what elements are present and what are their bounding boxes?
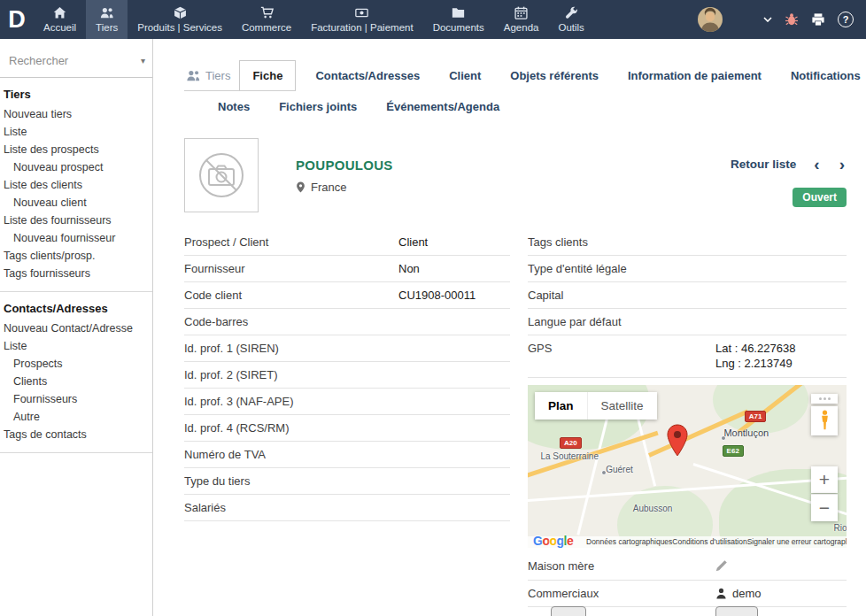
pegman-icon [819,410,831,431]
sidebar-item-liste-des-fournisseurs[interactable]: Liste des fournisseurs [0,212,152,229]
field-row-siret: Id. prof. 2 (SIRET) [184,362,510,389]
next-record-button[interactable]: › [838,156,847,173]
back-to-list-link[interactable]: Retour liste [731,158,796,171]
sidebar-item-nouveau-prospect[interactable]: Nouveau prospect [0,158,152,176]
field-label: Code client [184,289,398,302]
tab-notes[interactable]: Notes [205,91,262,122]
sidebar-section-title[interactable]: Tiers [0,80,152,105]
gps-coordinates: Lat : 46.227638 Lng : 2.213749 [715,342,795,372]
sidebar-item-tags-de-contacts[interactable]: Tags de contacts [0,426,152,443]
menu-item-agenda[interactable]: Agenda [494,0,549,39]
menu-item-accueil[interactable]: Accueil [34,0,86,39]
gps-lng: Lng : 2.213749 [715,357,795,372]
help-icon[interactable]: ? [838,12,854,27]
field-row-salaries: Salariés [184,495,510,521]
menu-item-documents[interactable]: Documents [423,0,494,39]
detail-columns: Prospect / Client Client Fournisseur Non… [184,229,847,607]
sidebar-section-title[interactable]: Contacts/Adresses [0,294,152,320]
sidebar-item-nouveau-tiers[interactable]: Nouveau tiers [0,105,152,123]
field-row-naf-ape: Id. prof. 3 (NAF-APE) [184,389,510,415]
no-photo-camera-icon [197,150,246,200]
main-menu: Accueil Tiers Produits | Services Commer… [34,0,594,39]
sidebar-item-prospects[interactable]: Prospects [0,355,152,373]
user-menu-chevron-icon[interactable] [763,17,772,22]
attribution-link-conditions[interactable]: Conditions d'utilisation [672,537,746,546]
sidebar-item-tags-fournisseurs[interactable]: Tags fournisseurs [0,265,152,282]
tab-fichiers-joints[interactable]: Fichiers joints [267,91,369,122]
sidebar-item-liste-contacts[interactable]: Liste [0,337,152,355]
sidebar-item-nouveau-contact-adresse[interactable]: Nouveau Contact/Adresse [0,320,152,337]
search-input[interactable] [7,53,137,68]
tab-objets-referents[interactable]: Objets référents [498,60,611,91]
field-row-fournisseur: Fournisseur Non [184,256,510,282]
zoom-out-button[interactable]: − [811,494,838,521]
sidebar-item-clients[interactable]: Clients [0,373,152,390]
field-row-type-du-tiers: Type du tiers [184,468,510,495]
partial-action-button[interactable] [715,606,758,616]
debug-bug-icon[interactable] [785,12,799,27]
field-label: Commerciaux [528,587,715,600]
map-type-button-satellite[interactable]: Satellite [587,392,657,420]
field-label: Tags clients [528,235,715,249]
sidebar-item-tags-clients-prosp[interactable]: Tags clients/prosp. [0,247,152,265]
sidebar-item-autre[interactable]: Autre [0,408,152,426]
print-icon[interactable] [811,12,825,27]
map-type-button-plan[interactable]: Plan [535,392,587,420]
salesperson-link[interactable]: demo [715,587,762,600]
company-name[interactable]: POUPOULOUS [296,158,393,173]
map-container[interactable]: Montluçon La Souterraine Guéret Aubusson… [528,385,847,548]
search-dropdown-caret[interactable]: ▾ [141,56,145,65]
menu-item-produits-services[interactable]: Produits | Services [128,0,232,39]
sidebar-item-fournisseurs[interactable]: Fournisseurs [0,390,152,408]
sidebar-section-contacts-adresses: Contacts/Adresses Nouveau Contact/Adress… [0,292,152,453]
partial-action-button[interactable] [551,606,586,616]
tabs-row-1: Tiers Fiche Contacts/Adresses Client Obj… [184,60,847,91]
road-badge-e62: E62 [723,445,744,457]
zoom-in-button[interactable]: + [811,466,838,493]
sidebar-item-nouveau-client[interactable]: Nouveau client [0,194,152,212]
sidebar-section-tiers: Tiers Nouveau tiers Liste Liste des pros… [0,78,152,292]
field-row-tags-clients: Tags clients [528,229,847,256]
field-row-prospect-client: Prospect / Client Client [184,229,510,256]
tab-information-de-paiement[interactable]: Information de paiement [615,60,774,91]
tab-fiche[interactable]: Fiche [239,60,296,90]
pegman-control[interactable] [811,406,838,435]
menu-item-commerce[interactable]: Commerce [232,0,301,39]
menu-item-facturation-paiement[interactable]: Facturation | Paiement [301,0,423,39]
attribution-link-signaler[interactable]: Signaler une erreur cartographique [747,537,847,546]
field-value: Non [398,262,420,275]
home-icon [53,6,66,19]
active-tab-group: Tiers Fiche [184,60,296,91]
tab-evenements-agenda[interactable]: Événements/Agenda [374,91,512,122]
map-town-label: Aubusson [633,504,672,513]
menu-item-tiers[interactable]: Tiers [86,0,128,39]
field-label: Id. prof. 2 (SIRET) [184,368,398,381]
app-logo[interactable]: D [0,0,34,39]
google-logo[interactable]: Google [533,534,573,548]
company-country: France [311,181,346,194]
road-badge-a20: A20 [560,437,582,449]
sidebar-item-liste-des-clients[interactable]: Liste des clients [0,176,152,194]
field-label: Code-barres [184,315,398,328]
prev-record-button[interactable]: ‹ [812,156,821,173]
fields-right-table: Tags clients Type d'entité légale Capita… [528,229,847,607]
record-photo[interactable] [184,138,259,212]
pegman-grip[interactable] [811,394,838,404]
menu-item-label: Accueil [43,22,76,33]
field-label: Type du tiers [184,474,398,488]
user-avatar[interactable] [698,7,723,32]
tab-contacts-adresses[interactable]: Contacts/Adresses [303,60,432,91]
field-row-capital: Capital [528,282,847,309]
tab-client[interactable]: Client [437,60,493,91]
menu-item-label: Agenda [504,22,539,33]
edit-pencil-icon[interactable] [715,559,728,572]
map-marker-icon [666,424,689,458]
tab-notifications[interactable]: Notifications [778,60,866,91]
field-row-maison-mere: Maison mère [528,553,847,581]
sidebar-item-liste-tiers[interactable]: Liste [0,123,152,141]
field-label: Maison mère [528,559,715,573]
field-row-numero-tva: Numéro de TVA [184,442,510,468]
sidebar-item-nouveau-fournisseur[interactable]: Nouveau fournisseur [0,229,152,247]
menu-item-outils[interactable]: Outils [548,0,593,39]
sidebar-item-liste-des-prospects[interactable]: Liste des prospects [0,141,152,158]
